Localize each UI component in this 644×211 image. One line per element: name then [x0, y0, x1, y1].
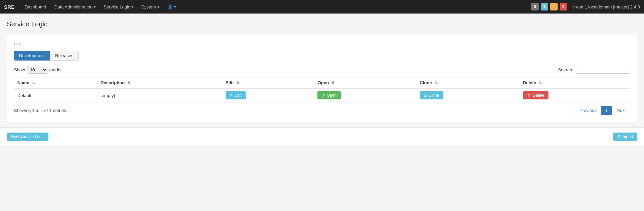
col-delete: Delete ⇅: [520, 77, 630, 89]
col-open: Open ⇅: [314, 77, 416, 89]
nav-data-administration[interactable]: Data Administration ▾: [51, 0, 99, 14]
user-icon: 👤: [167, 4, 173, 9]
search-input[interactable]: [576, 66, 630, 74]
import-button[interactable]: ⬆ Import: [613, 133, 637, 141]
sort-delete-icon[interactable]: ⇅: [539, 81, 542, 85]
pagination-controls: Previous 1 Next: [575, 106, 630, 115]
edit-button[interactable]: ✎ Edit: [226, 91, 246, 99]
cell-description: [empty]: [97, 88, 222, 102]
next-button[interactable]: Next: [612, 106, 630, 115]
sort-clone-icon[interactable]: ⇅: [435, 81, 438, 85]
tab-bar: Development Releases: [14, 51, 630, 61]
badge-orange[interactable]: 1: [550, 3, 558, 10]
controls-row: Show 10 25 50 100 entries Search:: [14, 66, 630, 74]
clone-icon: ⧉: [424, 93, 427, 98]
col-name: Name ⇅: [14, 77, 97, 89]
page-title: Service Logic: [7, 20, 637, 28]
nav-system[interactable]: System ▾: [138, 0, 162, 14]
badge-red[interactable]: 1: [560, 3, 567, 10]
nav-service-logic[interactable]: Service Logic ▾: [100, 0, 137, 14]
col-clone: Clone ⇅: [416, 77, 520, 89]
brand-link[interactable]: SRE: [4, 4, 15, 10]
data-admin-caret: ▾: [94, 5, 96, 9]
search-area: Search:: [558, 66, 630, 74]
show-label: Show: [14, 67, 25, 72]
data-table: Name ⇅ Description ⇅ Edit ⇅ Open ⇅: [14, 77, 630, 102]
col-description: Description ⇅: [97, 77, 222, 89]
edit-icon: ✎: [230, 93, 233, 98]
user-caret: ▾: [174, 5, 176, 9]
bottom-bar: New Service Logic ⬆ Import: [0, 127, 644, 145]
open-button[interactable]: ↗ Open: [317, 91, 340, 99]
badge-gray[interactable]: 0: [531, 3, 539, 10]
section-label: LIST: [14, 42, 630, 46]
previous-button[interactable]: Previous: [575, 106, 601, 115]
table-body: Default [empty] ✎ Edit ↗ Open: [14, 88, 630, 102]
page-1-button[interactable]: 1: [601, 106, 612, 115]
clone-button[interactable]: ⧉ Clone: [420, 91, 443, 99]
showing-text: Showing 1 to 1 of 1 entries: [14, 108, 66, 113]
page-content: Service Logic LIST Development Releases …: [0, 14, 644, 122]
system-caret: ▾: [158, 5, 159, 9]
search-label: Search:: [558, 67, 573, 72]
pagination-row: Showing 1 to 1 of 1 entries Previous 1 N…: [14, 102, 630, 115]
trash-icon: 🗑: [527, 93, 531, 98]
nav-right: 0 1 1 1 sreem1.localdomain [master] 2.4.…: [531, 3, 640, 10]
sort-desc-icon[interactable]: ⇅: [127, 81, 130, 85]
open-icon: ↗: [321, 93, 325, 98]
table-header-row: Name ⇅ Description ⇅ Edit ⇅ Open ⇅: [14, 77, 630, 89]
main-card: LIST Development Releases Show 10 25 50 …: [7, 35, 637, 122]
nav-dashboard[interactable]: Dashboard: [21, 0, 50, 14]
col-edit: Edit ⇅: [222, 77, 314, 89]
nav-items: Dashboard Data Administration ▾ Service …: [21, 0, 531, 14]
sort-open-icon[interactable]: ⇅: [331, 81, 334, 85]
delete-button[interactable]: 🗑 Delete: [523, 91, 549, 99]
sort-name-icon[interactable]: ⇅: [32, 81, 35, 85]
badge-blue[interactable]: 1: [541, 3, 548, 10]
hostname-label: sreem1.localdomain [master] 2.4.3: [569, 4, 640, 9]
service-logic-caret: ▾: [131, 5, 133, 9]
entries-label: entries: [49, 67, 63, 72]
cell-clone: ⧉ Clone: [416, 88, 520, 102]
nav-user[interactable]: 👤 ▾: [164, 0, 179, 14]
navbar: SRE Dashboard Data Administration ▾ Serv…: [0, 0, 644, 14]
sort-edit-icon[interactable]: ⇅: [236, 81, 240, 85]
cell-edit: ✎ Edit: [222, 88, 314, 102]
cell-name: Default: [14, 88, 97, 102]
table-head: Name ⇅ Description ⇅ Edit ⇅ Open ⇅: [14, 77, 630, 89]
table-row: Default [empty] ✎ Edit ↗ Open: [14, 88, 630, 102]
cell-open: ↗ Open: [314, 88, 416, 102]
new-service-logic-button[interactable]: New Service Logic: [7, 133, 48, 141]
tab-development[interactable]: Development: [14, 51, 50, 61]
cell-delete: 🗑 Delete: [520, 88, 630, 102]
tab-releases[interactable]: Releases: [50, 51, 79, 61]
entries-select[interactable]: 10 25 50 100: [27, 66, 47, 74]
